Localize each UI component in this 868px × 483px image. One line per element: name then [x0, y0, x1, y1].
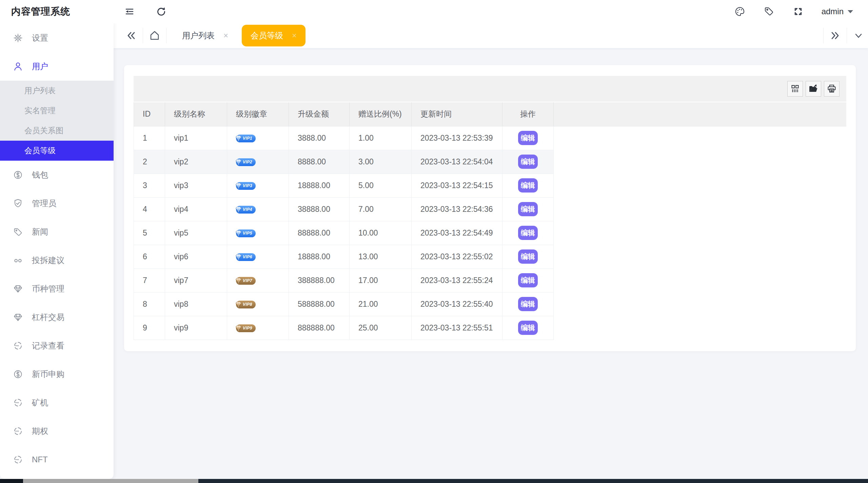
edit-button[interactable]: 编辑	[518, 297, 538, 311]
export-button[interactable]	[806, 81, 821, 97]
top-header: 内容管理系统 admin	[0, 0, 868, 23]
sidebar-item-NFT[interactable]: NFT	[0, 445, 114, 474]
theme-palette-icon[interactable]	[734, 6, 746, 17]
tabs-menu-chevron-down-icon[interactable]	[851, 28, 866, 43]
cell-id: 9	[134, 316, 165, 340]
cell-id: 5	[134, 221, 165, 245]
print-button[interactable]	[824, 81, 840, 97]
cell-filler	[554, 197, 847, 221]
divider	[847, 28, 847, 43]
tab-用户列表[interactable]: 用户列表×	[173, 25, 237, 46]
edit-button[interactable]: 编辑	[518, 249, 538, 264]
main-area: 用户列表×会员等级×	[114, 23, 868, 479]
edit-button[interactable]: 编辑	[518, 226, 538, 240]
horizontal-scrollbar[interactable]	[0, 479, 868, 483]
sidebar-subitem-会员等级[interactable]: 会员等级	[0, 141, 114, 161]
cell-level-name: vip5	[165, 221, 227, 245]
edit-button[interactable]: 编辑	[518, 131, 538, 145]
edit-button[interactable]: 编辑	[518, 273, 538, 287]
user-menu[interactable]: admin	[822, 7, 854, 16]
column-header-操作: 操作	[502, 102, 554, 126]
sidebar-item-新币申购[interactable]: 新币申购	[0, 360, 114, 388]
vip-badge-label: VIP8	[243, 302, 252, 307]
sidebar-item-币种管理[interactable]: 币种管理	[0, 275, 114, 303]
tabs-scroll-right-icon[interactable]	[828, 28, 843, 43]
cell-filler	[554, 221, 847, 245]
cell-level-badge: VIP2	[227, 150, 289, 174]
tab-label: 会员等级	[251, 30, 283, 41]
sidebar-item-管理员[interactable]: 管理员	[0, 189, 114, 218]
sidebar-item-钱包[interactable]: 钱包	[0, 161, 114, 189]
compass-icon	[13, 426, 23, 436]
close-tab-icon[interactable]: ×	[292, 32, 297, 40]
sidebar-subitem-会员关系图[interactable]: 会员关系图	[0, 121, 114, 141]
edit-button[interactable]: 编辑	[518, 155, 538, 169]
header-right: admin	[734, 6, 854, 17]
cell-filler	[554, 174, 847, 197]
cell-level-name: vip8	[165, 292, 227, 316]
home-icon[interactable]	[147, 28, 162, 43]
tag-icon[interactable]	[763, 6, 775, 17]
sidebar-item-label: 新币申购	[32, 369, 64, 380]
sidebar-item-矿机[interactable]: 矿机	[0, 388, 114, 417]
vip-badge-label: VIP6	[243, 255, 252, 259]
compass-icon	[13, 398, 23, 408]
sidebar-item-杠杆交易[interactable]: 杠杆交易	[0, 303, 114, 331]
cell-actions: 编辑	[502, 197, 554, 221]
cell-filler	[554, 292, 847, 316]
column-settings-button[interactable]	[787, 81, 803, 97]
edit-button[interactable]: 编辑	[518, 178, 538, 193]
tab-会员等级[interactable]: 会员等级×	[242, 25, 305, 46]
dollar-circle-icon	[13, 369, 23, 379]
edit-button[interactable]: 编辑	[518, 321, 538, 335]
sidebar-item-设置[interactable]: 设置	[0, 24, 114, 52]
cell-filler	[554, 150, 847, 174]
compass-icon	[13, 341, 23, 351]
cell-upgrade-amount: 18888.00	[289, 174, 350, 197]
sidebar-subitem-实名管理[interactable]: 实名管理	[0, 101, 114, 121]
vip-badge: VIP7	[236, 277, 256, 285]
fullscreen-icon[interactable]	[792, 6, 804, 17]
edit-button[interactable]: 编辑	[518, 202, 538, 216]
sidebar-item-期权[interactable]: 期权	[0, 417, 114, 445]
sidebar-item-投拆建议[interactable]: 投拆建议	[0, 246, 114, 275]
vip-badge-label: VIP5	[243, 231, 252, 236]
sidebar-subitem-用户列表[interactable]: 用户列表	[0, 81, 114, 101]
close-tab-icon[interactable]: ×	[223, 32, 228, 40]
refresh-icon[interactable]	[155, 6, 166, 17]
cell-filler	[554, 268, 847, 292]
cell-upgrade-amount: 588888.00	[289, 292, 350, 316]
collapse-sidebar-icon[interactable]	[124, 6, 135, 17]
sidebar-item-新闻[interactable]: 新闻	[0, 218, 114, 246]
cell-upgrade-amount: 88888.00	[289, 221, 350, 245]
compass-icon	[13, 455, 23, 465]
cell-actions: 编辑	[502, 150, 554, 174]
sidebar-submenu: 用户列表实名管理会员关系图会员等级	[0, 81, 114, 161]
cell-update-time: 2023-03-13 22:55:40	[412, 292, 502, 316]
cell-filler	[554, 126, 847, 150]
vip-badge-label: VIP9	[243, 326, 252, 330]
table-row-vip7: 7vip7VIP7388888.0017.002023-03-13 22:55:…	[134, 268, 847, 292]
cell-actions: 编辑	[502, 174, 554, 197]
column-header-赠送比例(%): 赠送比例(%)	[350, 102, 412, 126]
cell-level-badge: VIP8	[227, 292, 289, 316]
vip-badge: VIP5	[236, 229, 256, 237]
gear-icon	[13, 33, 23, 43]
cell-id: 4	[134, 197, 165, 221]
table-row-vip5: 5vip5VIP588888.0010.002023-03-13 22:54:4…	[134, 221, 847, 245]
divider	[823, 28, 824, 43]
cell-upgrade-amount: 3888.00	[289, 126, 350, 150]
tabs-scroll-left-icon[interactable]	[124, 28, 139, 43]
table-row-vip3: 3vip3VIP318888.005.002023-03-13 22:54:15…	[134, 174, 847, 197]
scrollbar-thumb[interactable]	[23, 479, 198, 483]
cell-level-name: vip7	[165, 268, 227, 292]
sidebar-item-label: 新闻	[32, 226, 48, 237]
table-row-vip9: 9vip9VIP9888888.0025.002023-03-13 22:55:…	[134, 316, 847, 340]
sidebar-item-记录查看[interactable]: 记录查看	[0, 331, 114, 360]
sidebar: 设置用户用户列表实名管理会员关系图会员等级钱包管理员新闻投拆建议币种管理杠杆交易…	[0, 23, 114, 479]
tab-bar: 用户列表×会员等级×	[114, 23, 868, 48]
cell-update-time: 2023-03-13 22:54:15	[412, 174, 502, 197]
divider	[166, 28, 166, 43]
cell-id: 2	[134, 150, 165, 174]
sidebar-item-用户[interactable]: 用户	[0, 52, 114, 81]
